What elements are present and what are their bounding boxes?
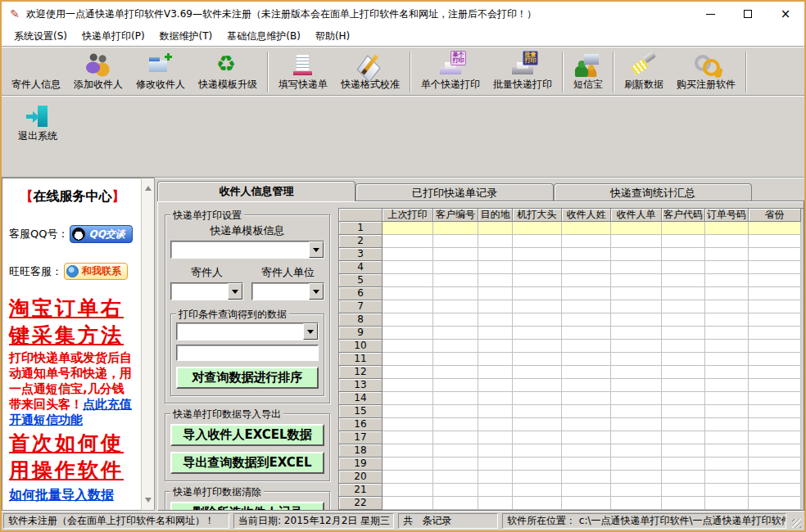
toolbar-button-fill-waybill[interactable]: 填写快递单 (272, 51, 334, 93)
table-cell[interactable] (662, 392, 705, 405)
table-cell[interactable] (478, 418, 513, 431)
sort-query-data-button[interactable]: 对查询数据进行排序 (176, 367, 319, 389)
table-cell[interactable] (562, 431, 611, 444)
table-cell[interactable] (705, 274, 749, 287)
table-cell[interactable] (433, 287, 478, 300)
table-cell[interactable] (611, 418, 662, 431)
column-header-订单号码[interactable]: 订单号码 (705, 209, 749, 222)
scroll-up-icon[interactable] (145, 183, 152, 191)
table-cell[interactable] (662, 235, 705, 248)
toolbar-button-add-recipient[interactable]: 添加收件人 (67, 51, 129, 93)
table-cell[interactable] (383, 444, 433, 458)
row-number-cell[interactable]: 7 (339, 300, 383, 313)
table-cell[interactable] (562, 327, 611, 340)
table-cell[interactable] (478, 353, 513, 366)
table-cell[interactable] (562, 222, 611, 235)
table-cell[interactable] (749, 444, 801, 458)
table-cell[interactable] (478, 300, 513, 313)
row-number-cell[interactable]: 10 (339, 340, 383, 353)
first-use-guide-link[interactable]: 首次如何使 用操作软件 (9, 430, 136, 484)
table-cell[interactable] (705, 444, 749, 458)
table-cell[interactable] (383, 287, 433, 300)
row-number-cell[interactable]: 3 (339, 248, 383, 261)
table-cell[interactable] (513, 458, 562, 471)
sender-dropdown-button[interactable] (228, 283, 242, 300)
table-cell[interactable] (383, 353, 433, 366)
table-cell[interactable] (433, 300, 478, 313)
table-cell[interactable] (562, 261, 611, 274)
table-cell[interactable] (749, 392, 801, 405)
table-cell[interactable] (662, 313, 705, 327)
table-cell[interactable] (611, 300, 662, 313)
table-cell[interactable] (662, 444, 705, 458)
table-cell[interactable] (562, 471, 611, 484)
row-number-cell[interactable]: 18 (339, 444, 383, 458)
table-cell[interactable] (562, 444, 611, 458)
table-cell[interactable] (478, 313, 513, 327)
column-header-上次打印[interactable]: 上次打印 (383, 209, 433, 222)
table-cell[interactable] (749, 431, 801, 444)
table-cell[interactable] (433, 497, 478, 510)
row-number-cell[interactable]: 9 (339, 327, 383, 340)
table-cell[interactable] (749, 497, 801, 510)
table-cell[interactable] (611, 431, 662, 444)
menu-item-1[interactable]: 系统设置(S) (7, 27, 75, 46)
table-cell[interactable] (562, 274, 611, 287)
table-cell[interactable] (611, 392, 662, 405)
table-cell[interactable] (705, 484, 749, 497)
menu-item-4[interactable]: 基础信息维护(B) (220, 27, 308, 46)
table-cell[interactable] (662, 484, 705, 497)
table-cell[interactable] (611, 222, 662, 235)
table-cell[interactable] (433, 261, 478, 274)
table-cell[interactable] (705, 392, 749, 405)
table-cell[interactable] (705, 313, 749, 327)
table-cell[interactable] (611, 484, 662, 497)
table-cell[interactable] (749, 261, 801, 274)
tab-2[interactable]: 已打印快递单记录 (355, 183, 554, 201)
table-cell[interactable] (383, 235, 433, 248)
table-cell[interactable] (662, 274, 705, 287)
table-cell[interactable] (705, 379, 749, 392)
table-cell[interactable] (749, 458, 801, 471)
wangwang-contact-button[interactable]: 和我联系 (64, 263, 128, 280)
table-cell[interactable] (562, 353, 611, 366)
table-cell[interactable] (662, 353, 705, 366)
table-cell[interactable] (562, 418, 611, 431)
table-cell[interactable] (433, 353, 478, 366)
table-cell[interactable] (611, 405, 662, 418)
toolbar-button-template-upgrade[interactable]: 快递模板升级 (192, 51, 264, 93)
table-cell[interactable] (562, 405, 611, 418)
toolbar-button-edit-recipient[interactable]: 修改收件人 (129, 51, 192, 93)
table-cell[interactable] (662, 300, 705, 313)
toolbar-button-buy-register[interactable]: 购买注册软件 (670, 51, 742, 93)
toolbar-button-single-print[interactable]: 单个打印单个快递打印 (414, 51, 487, 93)
table-cell[interactable] (383, 261, 433, 274)
table-cell[interactable] (433, 392, 478, 405)
table-cell[interactable] (705, 418, 749, 431)
table-cell[interactable] (611, 274, 662, 287)
table-cell[interactable] (705, 300, 749, 313)
table-cell[interactable] (562, 392, 611, 405)
table-cell[interactable] (611, 471, 662, 484)
table-cell[interactable] (749, 235, 801, 248)
table-cell[interactable] (478, 392, 513, 405)
row-number-cell[interactable]: 20 (339, 471, 383, 484)
table-cell[interactable] (562, 248, 611, 261)
table-cell[interactable] (478, 287, 513, 300)
row-number-cell[interactable]: 6 (339, 287, 383, 300)
table-cell[interactable] (383, 458, 433, 471)
row-number-cell[interactable]: 8 (339, 313, 383, 327)
table-cell[interactable] (513, 287, 562, 300)
table-cell[interactable] (478, 235, 513, 248)
table-cell[interactable] (433, 327, 478, 340)
close-button[interactable]: × (767, 2, 804, 26)
column-header-机打大头[interactable]: 机打大头 (513, 209, 562, 222)
table-cell[interactable] (383, 379, 433, 392)
table-cell[interactable] (749, 274, 801, 287)
table-cell[interactable] (611, 458, 662, 471)
table-cell[interactable] (383, 392, 433, 405)
table-cell[interactable] (611, 235, 662, 248)
table-cell[interactable] (383, 418, 433, 431)
table-cell[interactable] (513, 261, 562, 274)
table-cell[interactable] (749, 379, 801, 392)
